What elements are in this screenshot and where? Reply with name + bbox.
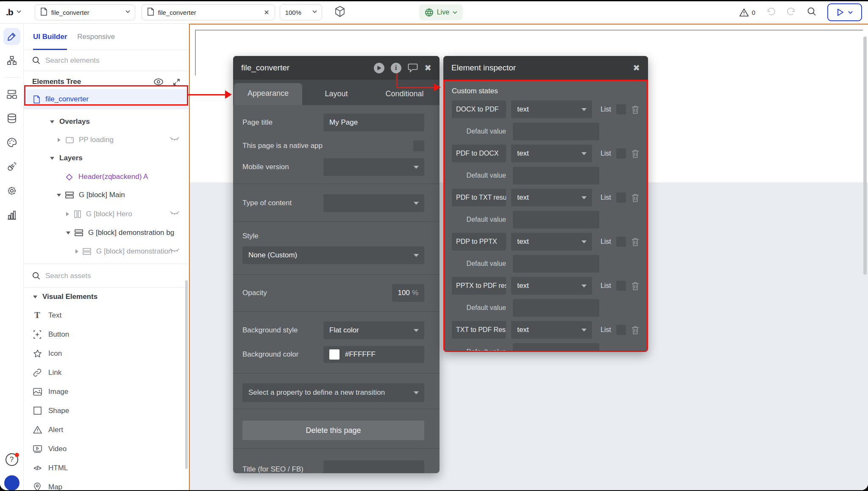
property-editor-header[interactable]: file_converter i ✖ (233, 56, 440, 80)
tree-item-pp-loading[interactable]: PP loading (24, 131, 189, 148)
delete-page-button[interactable]: Delete this page (242, 421, 424, 440)
nav-settings-gear-icon[interactable] (3, 182, 20, 199)
asset-item-icon[interactable]: Icon (24, 344, 189, 363)
asset-item-link[interactable]: Link (24, 363, 189, 382)
close-icon[interactable]: ✖ (424, 63, 431, 73)
tree-item-block-main[interactable]: G [block] Main (24, 186, 189, 204)
state-type-dropdown[interactable]: text (511, 189, 592, 206)
state-type-dropdown[interactable]: text (511, 233, 592, 251)
list-checkbox[interactable] (616, 281, 626, 291)
asset-item-text[interactable]: T Text (24, 306, 189, 325)
state-name-input[interactable]: PDF to TXT resu (452, 189, 506, 206)
trash-icon[interactable] (631, 237, 640, 246)
asset-item-image[interactable]: Image (24, 382, 189, 401)
list-checkbox[interactable] (616, 237, 626, 247)
trash-icon[interactable] (631, 105, 640, 114)
seo-title-input[interactable] (323, 460, 424, 473)
close-tab-icon[interactable]: ✕ (264, 8, 269, 17)
collapse-arrow-icon[interactable] (50, 120, 54, 123)
zoom-dropdown[interactable]: 100% (280, 4, 322, 20)
state-name-input[interactable]: PPTX to PDF res (452, 277, 506, 295)
list-checkbox[interactable] (616, 325, 626, 335)
trash-icon[interactable] (631, 149, 640, 158)
tab-conditional[interactable]: Conditional (370, 89, 439, 105)
search-assets-input[interactable]: Search assets (24, 264, 189, 288)
default-value-input[interactable] (513, 123, 599, 140)
search-elements-input[interactable]: Search elements (24, 50, 189, 71)
tree-group-layers[interactable]: Layers (24, 148, 189, 168)
tree-item-header-reusable[interactable]: Header(zqbackend) A (24, 168, 189, 186)
issues-indicator[interactable]: 0 (739, 8, 755, 17)
tree-item-block-demo-bg[interactable]: G [block] demonstration bg (24, 223, 189, 242)
component-cube-icon[interactable] (335, 6, 345, 19)
hidden-eye-icon[interactable] (170, 136, 179, 144)
visual-elements-header[interactable]: Visual Elements (24, 288, 189, 306)
logo-chevron-down-icon[interactable] (17, 10, 21, 14)
tab-responsive[interactable]: Responsive (77, 24, 115, 50)
expand-arrow-icon[interactable] (66, 212, 69, 216)
state-type-dropdown[interactable]: text (511, 321, 592, 339)
nav-workflow-sitemap-icon[interactable] (3, 52, 20, 69)
asset-item-html[interactable]: </> HTML (24, 458, 189, 477)
collapse-arrow-icon[interactable] (57, 194, 61, 197)
state-type-dropdown[interactable]: text (511, 145, 592, 162)
nav-data-database-icon[interactable] (3, 110, 20, 127)
help-button[interactable]: ? (6, 453, 18, 466)
info-icon[interactable]: i (390, 62, 401, 73)
trash-icon[interactable] (631, 326, 640, 335)
state-type-dropdown[interactable]: text (511, 277, 592, 295)
open-page-tab[interactable]: file_converter ✕ (142, 4, 275, 20)
hidden-eye-icon[interactable] (170, 247, 179, 256)
page-title-input[interactable]: My Page (323, 114, 424, 131)
tree-group-overlays[interactable]: Overlays (24, 112, 189, 131)
list-checkbox[interactable] (616, 148, 626, 159)
list-checkbox[interactable] (616, 192, 626, 203)
tab-layout[interactable]: Layout (302, 89, 370, 105)
nav-plugins-plug-icon[interactable] (3, 158, 20, 175)
design-canvas[interactable]: file_converter i ✖ Appearance Layout (189, 24, 868, 490)
comment-bubble-icon[interactable] (407, 62, 418, 73)
close-icon[interactable]: ✖ (633, 63, 640, 73)
redo-button[interactable] (787, 7, 796, 18)
tab-appearance[interactable]: Appearance (234, 83, 302, 105)
bubble-logo[interactable]: .b (6, 7, 13, 17)
tab-ui-builder[interactable]: UI Builder (33, 24, 67, 50)
transition-dropdown[interactable]: Select a property to define a new transi… (242, 383, 424, 402)
trash-icon[interactable] (631, 193, 640, 202)
style-dropdown[interactable]: None (Custom) (242, 246, 424, 264)
element-inspector-header[interactable]: Element inspector ✖ (443, 56, 648, 80)
asset-item-shape[interactable]: Shape (24, 401, 189, 420)
asset-item-alert[interactable]: Alert (24, 420, 189, 439)
mobile-version-dropdown[interactable] (323, 158, 424, 176)
state-name-input[interactable]: PDF to DOCX (452, 145, 506, 162)
undo-button[interactable] (766, 7, 776, 18)
collapse-arrow-icon[interactable] (66, 232, 70, 234)
eye-icon[interactable] (153, 78, 164, 85)
trash-icon[interactable] (631, 282, 640, 290)
asset-item-map[interactable]: Map (24, 477, 189, 490)
default-value-input[interactable] (513, 255, 599, 273)
live-environment-badge[interactable]: Live (419, 4, 463, 20)
default-value-input[interactable] (513, 343, 599, 352)
expand-tree-icon[interactable] (173, 78, 180, 86)
state-name-input[interactable]: DOCX to PDF (452, 100, 506, 118)
opacity-input[interactable]: 100 % (392, 284, 424, 302)
tree-item-block-hero[interactable]: G [block] Hero (24, 204, 189, 223)
nav-reusables-blocks-icon[interactable] (3, 86, 20, 103)
panel-scrollbar[interactable] (185, 280, 188, 469)
bg-style-dropdown[interactable]: Flat color (323, 321, 424, 339)
hidden-eye-icon[interactable] (170, 210, 179, 218)
list-checkbox[interactable] (616, 104, 626, 114)
asset-item-video[interactable]: Video (24, 439, 189, 458)
preview-play-button[interactable] (827, 3, 862, 21)
expand-arrow-icon[interactable] (58, 138, 61, 142)
collapse-arrow-icon[interactable] (50, 157, 54, 160)
nav-styles-palette-icon[interactable] (3, 134, 20, 151)
asset-item-button[interactable]: Button (24, 325, 189, 344)
page-selector-dropdown[interactable]: file_converter (35, 4, 135, 20)
default-value-input[interactable] (513, 167, 599, 184)
nav-logs-chart-icon[interactable] (3, 206, 20, 223)
type-of-content-dropdown[interactable] (323, 194, 424, 212)
search-button[interactable] (807, 7, 816, 18)
color-swatch[interactable] (329, 349, 339, 360)
